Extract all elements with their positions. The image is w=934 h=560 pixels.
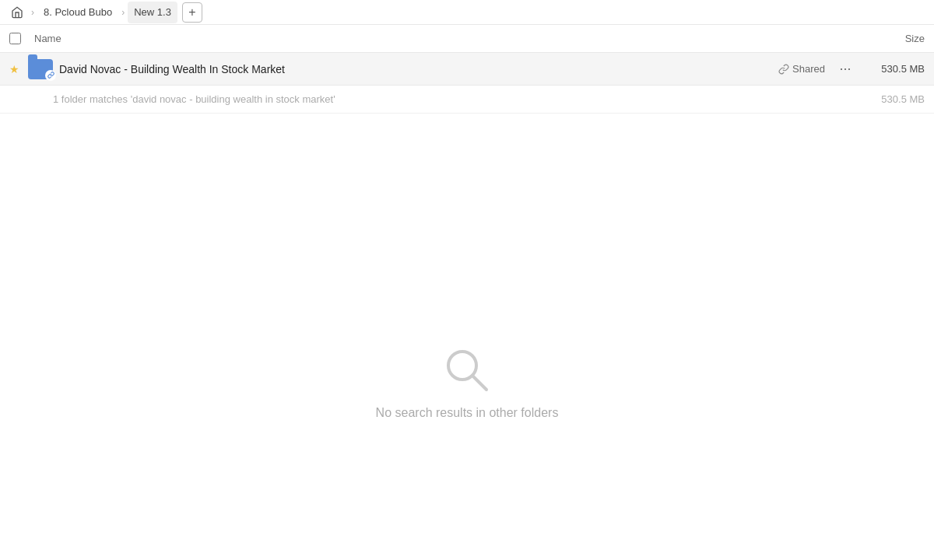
select-all-checkbox[interactable]: [9, 33, 21, 44]
content-area: ★ David Novac - Building Wealth In Stock…: [0, 53, 934, 560]
header-checkbox-col: [9, 33, 34, 44]
file-size: 530.5 MB: [862, 63, 925, 75]
size-column-header: Size: [847, 33, 925, 44]
link-icon: [778, 64, 789, 75]
separator-1: ›: [31, 7, 34, 18]
shared-badge: Shared: [778, 63, 825, 75]
empty-state: No search results in other folders: [0, 114, 934, 560]
folder-link-badge: [45, 70, 56, 81]
star-icon[interactable]: ★: [9, 63, 25, 75]
no-results-search-icon: [444, 347, 490, 394]
home-breadcrumb[interactable]: [6, 2, 28, 23]
more-options-button[interactable]: ···: [834, 58, 856, 80]
add-button[interactable]: +: [182, 2, 202, 23]
shared-label: Shared: [792, 63, 825, 75]
separator-2: ›: [121, 7, 125, 18]
name-column-header: Name: [34, 33, 847, 44]
table-row[interactable]: ★ David Novac - Building Wealth In Stock…: [0, 53, 934, 86]
summary-size: 530.5 MB: [862, 93, 925, 105]
summary-text: 1 folder matches 'david novac - building…: [53, 93, 862, 105]
svg-line-1: [472, 376, 486, 390]
column-header: Name Size: [0, 25, 934, 53]
summary-row: 1 folder matches 'david novac - building…: [0, 86, 934, 114]
breadcrumb-bar: › 8. Pcloud Bubo › New 1.3 +: [0, 0, 934, 25]
file-name: David Novac - Building Wealth In Stock M…: [59, 63, 778, 75]
no-results-message: No search results in other folders: [376, 406, 559, 420]
breadcrumb-pcloud-bubo[interactable]: 8. Pcloud Bubo: [37, 2, 118, 23]
breadcrumb-new-1-3[interactable]: New 1.3: [128, 2, 177, 23]
folder-icon-wrap: [28, 59, 53, 79]
